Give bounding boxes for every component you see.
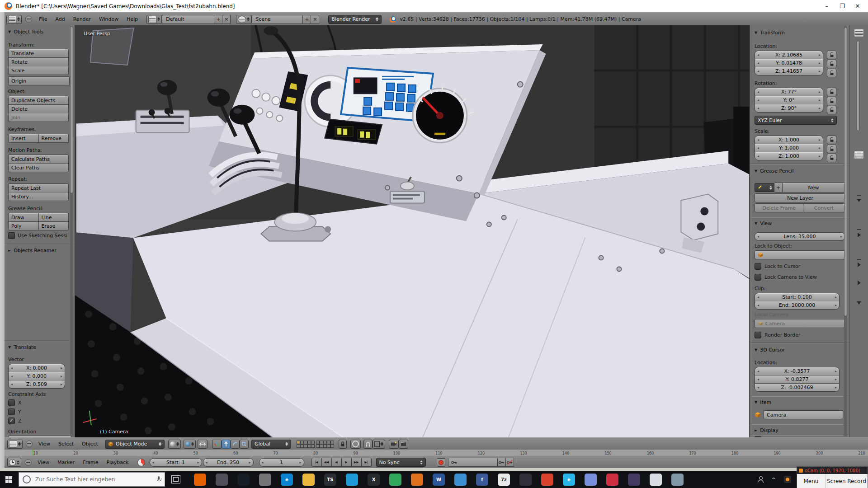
snap-element-dropdown[interactable] [373,440,385,449]
location-z-slider[interactable]: ◂Z: 1.41657▸ [755,67,823,75]
delete-button[interactable]: Delete [8,104,69,113]
tray-chevron-icon[interactable]: ^ [772,477,776,483]
people-icon[interactable] [757,476,764,483]
cursor-z-slider[interactable]: ◂Z: -0.002469▸ [755,383,840,392]
start-button[interactable] [5,476,12,483]
clip-end-slider[interactable]: ◂End: 1000.000▸ [755,301,840,310]
taskbar-app-21[interactable] [628,474,640,486]
orientation-dropdown[interactable]: Global [251,440,291,449]
rotation-x-slider[interactable]: ◂X: 77°▸ [755,88,823,96]
panel-expand-icon[interactable] [858,281,861,285]
add-layout-button[interactable]: + [214,15,222,24]
panel-collapse-icon[interactable] [857,199,861,202]
rotation-z-slider[interactable]: ◂Z: 90°▸ [755,104,823,113]
add-scene-button[interactable]: + [303,15,311,24]
cursor-x-slider[interactable]: ◂X: -0.3577▸ [755,367,840,375]
scale-z-slider[interactable]: ◂Z: 1.000▸ [755,152,823,160]
vector-x-slider[interactable]: ◂X: 0.000▸ [8,364,65,372]
display-panel-header[interactable]: ► Display [755,427,778,433]
menu-window[interactable]: Window [95,16,123,22]
taskbar-app-20[interactable] [606,474,618,486]
remove-keyframe-button[interactable]: Remove [39,134,69,143]
n-panel-scrollbar[interactable] [844,27,847,316]
location-y-slider[interactable]: ◂Y: 0.01478▸ [755,59,823,67]
slider-right-arrow-icon[interactable]: ▸ [819,53,821,57]
pivot-dropdown[interactable] [184,440,196,449]
slider-right-arrow-icon[interactable]: ▸ [61,374,62,378]
taskbar-app-settings[interactable] [259,474,271,486]
gp-erase-button[interactable]: Erase [39,221,69,230]
slider-right-arrow-icon[interactable]: ▸ [819,146,821,150]
objects-renamer-panel-header[interactable]: ► Objects Renamer [8,248,57,253]
sliver-scrollbar[interactable] [857,41,860,131]
slider-right-arrow-icon[interactable]: ▸ [835,385,837,389]
slider-right-arrow-icon[interactable]: ▸ [819,98,821,102]
lock-scale-x-button[interactable] [827,136,836,144]
menu-render[interactable]: Render [69,16,95,22]
insert-keyframe-button[interactable]: Insert [8,134,39,143]
lock-location-z-button[interactable] [827,69,836,77]
current-frame-line[interactable] [33,450,33,455]
insert-keyframe-button[interactable] [498,458,506,467]
translate-redo-panel-header[interactable]: ▼ Translate [8,344,36,350]
manipulator-translate-toggle[interactable] [222,440,231,449]
lock-to-scene-toggle[interactable] [339,440,347,449]
render-border-checkbox[interactable] [755,332,761,338]
ocam-title-bar[interactable]: oCam (0, 0, 1920, 1080) [797,467,868,474]
rotation-y-slider[interactable]: ◂Y: 0°▸ [755,96,823,104]
viewport-shading-dropdown[interactable] [168,440,181,449]
delete-scene-button[interactable]: × [311,15,319,24]
gp-poly-button[interactable]: Poly [8,221,39,230]
lock-location-y-button[interactable] [827,60,836,68]
clip-start-slider[interactable]: ◂Start: 0.100▸ [755,293,840,301]
timeline-menu-frame[interactable]: Frame [79,460,102,465]
minimize-button[interactable]: – [819,1,835,11]
translate-button[interactable]: Translate [8,49,69,58]
playback-button[interactable]: ◀ [332,458,342,467]
gp-draw-button[interactable]: Draw [8,213,39,222]
viewport-3d[interactable]: User Persp (1) Camera [75,25,750,437]
close-button[interactable]: ✕ [850,1,865,11]
panel-collapse-icon[interactable] [857,301,861,305]
screen-layout-icon-button[interactable] [146,15,162,24]
task-view-button[interactable] [171,475,180,483]
gp-new-button[interactable]: New [783,183,845,192]
taskbar-app-7zip[interactable]: 7z [498,474,510,486]
gp-new-layer-button[interactable]: New Layer [755,193,846,202]
viewport-menu-select[interactable]: Select [54,441,78,447]
menu-file[interactable]: File [35,16,51,22]
scale-button[interactable]: Scale [8,66,69,75]
scene-icon-button[interactable] [236,15,251,24]
taskbar-app-16[interactable] [519,474,532,486]
record-button[interactable] [437,458,445,467]
lock-scale-z-button[interactable] [827,154,836,162]
slider-right-arrow-icon[interactable]: ▸ [835,303,837,307]
lock-rotation-y-button[interactable] [827,97,836,105]
frame-end-field[interactable]: ◂End: 250▸ [203,458,254,467]
lock-rotation-x-button[interactable] [827,88,836,96]
slider-right-arrow-icon[interactable]: ▸ [819,61,821,65]
frame-start-field[interactable]: ◂Start: 1▸ [150,458,202,467]
viewport-menu-object[interactable]: Object [78,441,102,447]
lock-to-object-field[interactable] [755,250,845,259]
slider-right-arrow-icon[interactable]: ▸ [819,69,821,73]
repeat-last-button[interactable]: Repeat Last [8,183,69,192]
slider-right-arrow-icon[interactable]: ▸ [819,106,821,110]
properties-tabs-icon[interactable] [854,151,864,159]
taskbar-app-steam[interactable] [237,474,250,486]
sync-dropdown[interactable]: No Sync [376,458,426,467]
manipulator-axis-toggle[interactable] [212,440,222,449]
transform-panel-header[interactable]: ▼ Transform [755,30,785,36]
render-engine-dropdown[interactable]: Blender Render [328,15,382,24]
collapse-menus-icon[interactable] [25,16,32,23]
tool-shelf-scrollbar[interactable] [70,26,73,193]
ocam-tray-icon[interactable] [784,476,791,483]
constraint-y-checkbox[interactable] [8,408,15,415]
rotate-button[interactable]: Rotate [8,57,69,66]
lock-camera-checkbox[interactable] [755,274,761,281]
render-animation-button[interactable] [399,440,408,449]
gp-line-button[interactable]: Line [39,213,69,222]
playback-button[interactable]: ▶| [362,458,372,467]
taskbar-app-f[interactable]: f [476,474,488,486]
constraint-x-checkbox[interactable] [8,399,15,406]
